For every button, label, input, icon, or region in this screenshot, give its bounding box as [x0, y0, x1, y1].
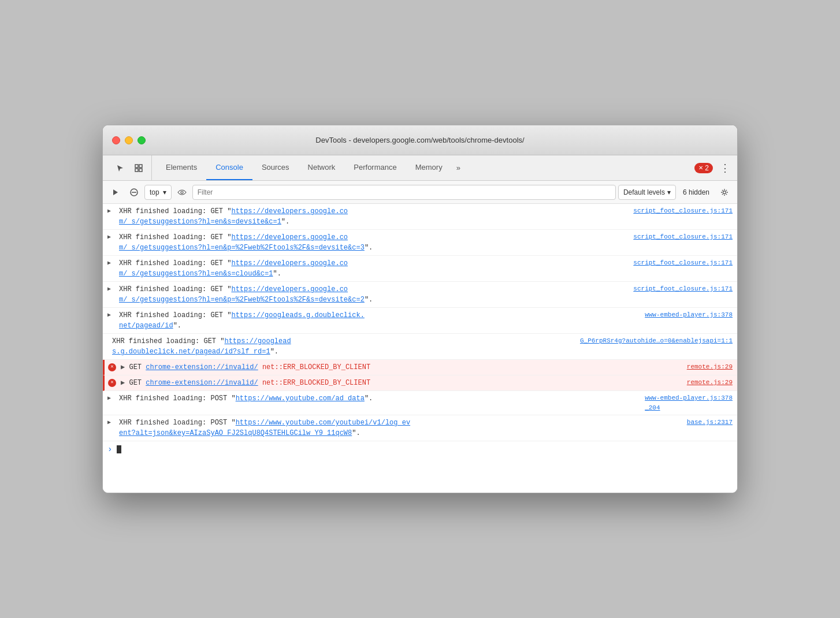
more-tabs-btn[interactable]: » [452, 155, 465, 180]
cursor-icon [116, 164, 124, 172]
log-source[interactable]: script_foot_closure.js:171 [633, 232, 733, 242]
eye-icon [177, 189, 187, 196]
log-source[interactable]: remote.js:29 [687, 362, 733, 372]
log-content: ▶ GET chrome-extension://invalid/ net::E… [121, 362, 733, 373]
tab-right-controls: 2 ⋮ [694, 155, 733, 180]
tab-elements[interactable]: Elements [157, 155, 206, 180]
log-entry: XHR finished loading: GET "https://googl… [103, 334, 737, 360]
svg-point-8 [723, 191, 726, 193]
error-count-badge[interactable]: 2 [694, 163, 713, 173]
hidden-count: 6 hidden [678, 188, 714, 196]
log-entry: ▶ XHR finished loading: POST "https://ww… [103, 391, 737, 415]
tab-bar: Elements Console Sources Network Perform… [103, 155, 737, 181]
log-text: XHR finished loading: POST "https://www.… [119, 393, 635, 404]
log-link[interactable]: chrome-extension://invalid/ [146, 363, 258, 371]
log-entry-error: ✕ ▶ GET chrome-extension://invalid/ net:… [103, 360, 737, 375]
live-expressions-btn[interactable] [174, 184, 190, 200]
log-text: XHR finished loading: GET "https://googl… [112, 336, 571, 357]
log-content: XHR finished loading: GET "https://devel… [119, 206, 733, 227]
log-levels-btn[interactable]: Default levels ▾ [618, 185, 676, 200]
expand-arrow[interactable]: ▶ [107, 259, 111, 267]
svg-marker-4 [113, 189, 118, 195]
filter-input[interactable] [192, 185, 616, 200]
devtools-window: DevTools - developers.google.com/web/too… [102, 125, 738, 493]
expand-arrow[interactable]: ▶ [107, 418, 111, 427]
log-link[interactable]: https://www.youtube.com/ad_data [236, 394, 365, 403]
traffic-lights [112, 136, 146, 144]
log-text: ▶ GET chrome-extension://invalid/ net::E… [121, 378, 678, 388]
context-selector[interactable]: top ▾ [144, 185, 172, 200]
log-content: ▶ GET chrome-extension://invalid/ net::E… [121, 378, 733, 388]
log-content: XHR finished loading: GET "https://devel… [119, 232, 733, 253]
toolbar-icons [107, 155, 152, 180]
window-title: DevTools - developers.google.com/web/too… [315, 136, 524, 144]
console-toolbar: top ▾ Default levels ▾ 6 hidden [103, 181, 737, 204]
clear-console-btn[interactable] [126, 184, 142, 200]
log-text: XHR finished loading: GET "https://devel… [119, 206, 624, 227]
title-bar: DevTools - developers.google.com/web/too… [103, 125, 737, 155]
gear-icon [720, 188, 729, 196]
log-source[interactable]: script_foot_closure.js:171 [633, 206, 733, 216]
log-source[interactable]: script_foot_closure.js:171 [633, 258, 733, 268]
log-content: XHR finished loading: GET "https://devel… [119, 284, 733, 305]
log-source[interactable]: remote.js:29 [687, 378, 733, 388]
log-link[interactable]: chrome-extension://invalid/ [146, 379, 258, 387]
log-entry: ▶ XHR finished loading: GET "https://dev… [103, 282, 737, 308]
expand-arrow[interactable]: ▶ [107, 285, 111, 293]
svg-rect-0 [135, 165, 138, 167]
run-script-btn[interactable] [107, 184, 124, 200]
close-button[interactable] [112, 136, 120, 144]
log-text: XHR finished loading: GET "https://devel… [119, 232, 624, 253]
console-prompt[interactable]: › [103, 441, 737, 457]
prompt-arrow: › [107, 445, 112, 454]
tab-memory[interactable]: Memory [406, 155, 452, 180]
log-content: XHR finished loading: POST "https://www.… [119, 418, 733, 438]
log-entry: ▶ XHR finished loading: POST "https://ww… [103, 415, 737, 441]
tab-console[interactable]: Console [206, 155, 252, 180]
error-circle-icon: ✕ [108, 379, 116, 387]
log-entry-error: ✕ ▶ GET chrome-extension://invalid/ net:… [103, 375, 737, 391]
expand-arrow[interactable]: ▶ [107, 233, 111, 241]
tab-sources[interactable]: Sources [252, 155, 299, 180]
expand-arrow[interactable]: ▶ [107, 311, 111, 319]
log-text: XHR finished loading: GET "https://devel… [119, 258, 624, 279]
log-text: ▶ GET chrome-extension://invalid/ net::E… [121, 362, 678, 373]
log-content: XHR finished loading: GET "https://googl… [112, 336, 733, 357]
log-source[interactable]: G_P6rpRSr4g?autohide…o=0&enablejsapi=1:1 [580, 336, 733, 346]
cursor [117, 445, 121, 453]
log-source[interactable]: script_foot_closure.js:171 [633, 284, 733, 294]
log-content: XHR finished loading: GET "https://devel… [119, 258, 733, 279]
svg-point-7 [181, 191, 183, 193]
log-source[interactable]: www-embed-player.js:378_204 [645, 393, 733, 412]
svg-rect-1 [139, 165, 142, 167]
svg-rect-3 [139, 169, 142, 172]
error-circle-icon: ✕ [108, 363, 116, 371]
log-text: XHR finished loading: GET "https://googl… [119, 310, 635, 331]
expand-arrow[interactable]: ▶ [107, 207, 111, 215]
tab-network[interactable]: Network [299, 155, 345, 180]
levels-chevron-icon: ▾ [667, 188, 671, 196]
log-content: XHR finished loading: POST "https://www.… [119, 393, 733, 412]
log-source[interactable]: www-embed-player.js:378 [645, 310, 733, 320]
devtools-menu-btn[interactable]: ⋮ [718, 162, 733, 174]
log-content: XHR finished loading: GET "https://googl… [119, 310, 733, 331]
inspect-icon [135, 164, 143, 172]
log-entry: ▶ XHR finished loading: GET "https://goo… [103, 308, 737, 334]
cursor-icon-btn[interactable] [112, 160, 128, 176]
run-icon [111, 188, 120, 196]
console-settings-btn[interactable] [716, 184, 733, 200]
console-output: ▶ XHR finished loading: GET "https://dev… [103, 204, 737, 493]
log-text: XHR finished loading: POST "https://www.… [119, 418, 678, 438]
minimize-button[interactable] [125, 136, 133, 144]
inspect-icon-btn[interactable] [131, 160, 147, 176]
expand-arrow[interactable]: ▶ [107, 394, 111, 403]
svg-rect-2 [135, 169, 138, 172]
clear-icon [130, 188, 138, 196]
log-source[interactable]: base.js:2317 [687, 418, 733, 427]
log-entry: ▶ XHR finished loading: GET "https://dev… [103, 230, 737, 256]
tab-performance[interactable]: Performance [344, 155, 406, 180]
log-entry: ▶ XHR finished loading: GET "https://dev… [103, 256, 737, 282]
maximize-button[interactable] [137, 136, 146, 144]
log-text: XHR finished loading: GET "https://devel… [119, 284, 624, 305]
chevron-down-icon: ▾ [163, 188, 166, 196]
